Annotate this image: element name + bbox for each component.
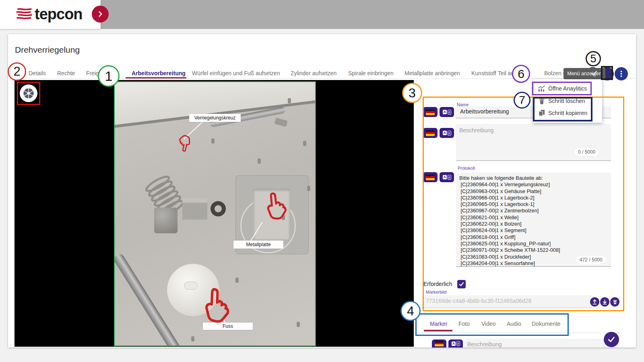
translate-button[interactable]: Aƶ: [448, 339, 463, 348]
tab-bolzen[interactable]: Bolzen e: [544, 70, 566, 76]
attachments-divider: [421, 333, 620, 333]
translate-icon: ƶ: [448, 175, 451, 180]
photo-part: [182, 198, 207, 203]
tepcon-logo-icon: [15, 6, 33, 23]
translate-icon: ƶ: [448, 131, 451, 136]
translate-icon: A: [443, 175, 447, 179]
delete-image-button[interactable]: [610, 297, 619, 306]
marker-description-placeholder: Beschreibung: [467, 341, 502, 348]
marker-description-field[interactable]: Beschreibung: [464, 339, 612, 348]
translate-icon: A: [443, 131, 447, 135]
download-button[interactable]: [600, 297, 609, 306]
tab-details[interactable]: Details: [29, 70, 46, 76]
tab-rechte[interactable]: Rechte: [57, 70, 75, 76]
marker-label: Verriegelungskreuz: [189, 114, 241, 122]
attachments-tab-video[interactable]: Video: [481, 321, 496, 327]
attachments-tab-audio[interactable]: Audio: [507, 321, 521, 327]
german-flag-icon: [426, 130, 435, 136]
menu-tooltip: Menü anzeigen: [564, 68, 605, 79]
tab-metallplatte[interactable]: Metallplatte anbringen: [405, 70, 460, 76]
tabbar-divider: [8, 78, 636, 79]
language-flag-button[interactable]: [423, 172, 438, 182]
attachments-active-underline: [424, 330, 452, 331]
protocol-textarea[interactable]: Bitte haken sie folgende Bauteile ab: [C…: [456, 173, 611, 267]
translate-button[interactable]: Aƶ: [440, 172, 454, 182]
german-flag-icon: [426, 175, 435, 180]
analytics-icon: [538, 85, 545, 92]
photo-part: [274, 117, 287, 127]
translate-button[interactable]: Aƶ: [440, 128, 454, 138]
check-icon: [591, 70, 597, 76]
markerbild-input[interactable]: [425, 297, 586, 304]
required-checkbox[interactable]: [457, 280, 466, 288]
photo-part: [235, 278, 239, 283]
protocol-label: Protokoll: [458, 166, 475, 171]
upload-icon: [592, 299, 598, 305]
photo-part: [303, 141, 306, 146]
more-menu-button[interactable]: [615, 67, 628, 80]
translate-button[interactable]: Aƶ: [440, 107, 454, 117]
language-flag-button[interactable]: [423, 107, 438, 117]
protocol-char-counter: 472 / 5000: [576, 256, 606, 264]
photo-part: [258, 158, 261, 164]
protocol-text: Bitte haken sie folgende Bauteile ab: [C…: [459, 175, 608, 267]
photo-part: [288, 98, 291, 103]
download-icon: [602, 299, 608, 305]
tab-kunststoff[interactable]: Kunststoff Teil aufs: [471, 70, 518, 76]
check-icon: [608, 336, 615, 343]
required-label: Erforderlich: [423, 281, 452, 287]
active-tab-underline: [126, 77, 186, 78]
language-flag-button[interactable]: [432, 339, 446, 348]
trash-icon: [539, 97, 545, 105]
german-flag-icon: [435, 341, 444, 346]
language-flag-button[interactable]: [423, 128, 438, 138]
attachments-tab-dokumente[interactable]: Dokumente: [532, 321, 561, 327]
marker-label: Metallplatte: [233, 241, 283, 249]
photo-part: [307, 186, 310, 191]
menu-item-open-analytics[interactable]: Öffne Anaylitics: [548, 85, 587, 92]
camera-aperture-button[interactable]: [20, 84, 37, 102]
tab-spirale[interactable]: Spirale einbringen: [348, 70, 394, 76]
markerbild-input-wrap: [422, 295, 592, 308]
marker-label: Fuss: [203, 323, 253, 330]
photo-part: [191, 336, 194, 341]
marker-hand-icon[interactable]: [172, 132, 196, 155]
description-char-counter: 0 / 5000: [575, 148, 599, 156]
aperture-icon: [23, 87, 35, 99]
menu-item-copy-step[interactable]: Schritt kopieren: [548, 110, 587, 116]
translate-icon: A: [452, 341, 456, 346]
tab-wuerfel[interactable]: Würfel einfügen und Fuß aufsetzen: [192, 70, 280, 76]
step-photo[interactable]: Verriegelungskreuz Metallplatte Fuss: [114, 81, 316, 346]
tab-arbeitsvorbereitung[interactable]: Arbeitsvorbereitung: [132, 70, 186, 76]
photo-part: [211, 138, 215, 144]
app-window: tepcon Drehverriegelung Details Rechte F…: [0, 0, 644, 362]
photo-part: [154, 208, 178, 233]
translate-icon: ƶ: [456, 341, 460, 346]
german-flag-icon: [426, 109, 435, 115]
tab-freigabe[interactable]: Freiga: [86, 70, 102, 76]
confirm-button[interactable]: [604, 332, 619, 347]
description-placeholder: Beschreibung: [459, 127, 494, 134]
brand-name: tepcon: [35, 6, 83, 23]
trash-x-icon: [612, 299, 618, 305]
marker-hand-icon[interactable]: [261, 190, 292, 221]
translate-icon: ƶ: [448, 110, 451, 115]
expand-nav-button[interactable]: [92, 6, 109, 23]
check-icon: [459, 282, 464, 287]
chevron-right-icon: [96, 10, 104, 18]
tab-zylinder[interactable]: Zylinder aufsetzen: [291, 70, 336, 76]
page-title: Drehverriegelung: [15, 45, 80, 55]
menu-item-delete-step[interactable]: Schritt löschen: [548, 98, 585, 104]
photo-part: [297, 322, 300, 327]
attachments-tab-foto[interactable]: Foto: [458, 321, 470, 327]
photo-part: [184, 282, 198, 290]
more-vert-icon: [620, 70, 622, 78]
markerbild-label: Markerbild: [426, 290, 446, 294]
attachments-tab-marker[interactable]: Marker: [430, 321, 448, 327]
photo-part: [211, 201, 226, 216]
translate-icon: A: [443, 110, 447, 114]
upload-button[interactable]: [590, 297, 599, 306]
copy-icon: [538, 109, 545, 116]
